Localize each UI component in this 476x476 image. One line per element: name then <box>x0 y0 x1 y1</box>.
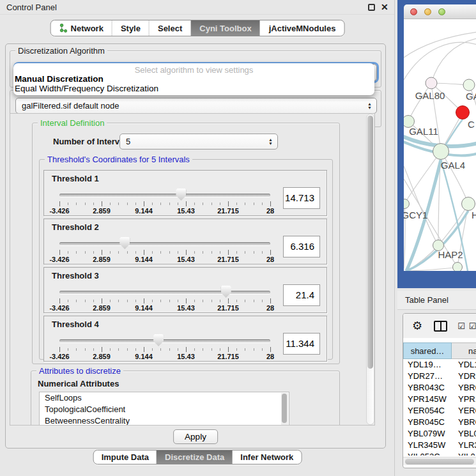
float-panel-icon[interactable] <box>368 4 375 11</box>
slider-track[interactable] <box>59 339 270 342</box>
tab-network[interactable]: Network <box>51 20 112 36</box>
scale-label: 28 <box>266 256 274 263</box>
number-of-intervals-select[interactable]: 5 ▲▼ <box>119 134 278 150</box>
cell-shared-name: YBR045C <box>403 417 452 428</box>
scrollbar-thumb[interactable] <box>405 459 474 464</box>
threshold-slider[interactable]: -3.4262.8599.14415.4321.71528 <box>59 238 270 264</box>
scale-label: -3.426 <box>49 353 69 360</box>
table-rows: YDL19…YDL1YDR27…YDR2YBR043CYBR0YPR145WYP… <box>403 359 476 456</box>
slider-track[interactable] <box>59 242 270 245</box>
scale-label: 28 <box>266 207 274 215</box>
scrollbar-thumb[interactable] <box>282 394 287 423</box>
node-ga[interactable] <box>463 79 475 91</box>
cyni-mode-tabs: Impute Data Discretize Data Infer Networ… <box>93 450 302 464</box>
slider-scale-labels: -3.4262.8599.14415.4321.71528 <box>59 207 270 215</box>
table-data-select[interactable]: galFiltered.sif default node ▲▼ <box>15 98 377 114</box>
threshold-panel: Threshold 1 -3.4262.8599.14415.4321.7152… <box>43 170 327 216</box>
checkbox-icon[interactable]: ☑ <box>469 321 476 331</box>
scale-label: 9.144 <box>135 207 153 215</box>
tab-jactivemnodules[interactable]: jActiveMNodules <box>260 20 344 36</box>
node-bottom[interactable] <box>453 263 463 272</box>
tab-network-label: Network <box>71 24 104 33</box>
control-panel-tabs: Network Style Select Cyni Toolbox jActiv… <box>50 20 345 36</box>
network-icon <box>59 24 68 33</box>
network-window-titlebar[interactable] <box>404 4 476 19</box>
column-header-shared-name[interactable]: shared… <box>403 342 452 359</box>
scrollbar-thumb[interactable] <box>367 116 373 369</box>
gear-icon[interactable]: ⚙ <box>412 320 422 332</box>
cell-name: YBR0 <box>452 417 476 428</box>
attribute-item[interactable]: SelfLoops <box>40 392 289 404</box>
node-gal4[interactable] <box>433 144 449 160</box>
table-row[interactable]: YBR045CYBR0 <box>403 417 476 428</box>
settings-scrollbar[interactable] <box>366 114 374 425</box>
tab-discretize-data[interactable]: Discretize Data <box>157 450 232 464</box>
threshold-slider[interactable]: -3.4262.8599.14415.4321.71528 <box>59 287 270 312</box>
node-h[interactable] <box>462 197 475 211</box>
close-window-icon[interactable] <box>410 8 417 15</box>
slider-thumb[interactable] <box>153 334 164 346</box>
cyni-toolbox-panel: Discretization Algorithm ▲▼ Select algor… <box>5 43 386 449</box>
node-selected-red[interactable] <box>456 106 470 119</box>
node-gcy1[interactable] <box>404 199 410 209</box>
slider-track[interactable] <box>59 291 270 294</box>
cell-name: YPR1 <box>452 394 476 405</box>
attribute-item[interactable]: TopologicalCoefficient <box>40 404 289 415</box>
algorithm-option-manual[interactable]: Manual Discretization <box>13 74 374 84</box>
slider-thumb[interactable] <box>176 188 186 201</box>
tab-impute-data[interactable]: Impute Data <box>94 450 157 464</box>
close-panel-icon[interactable]: ✕ <box>381 2 388 12</box>
threshold-value-box[interactable]: 6.316 <box>283 236 320 257</box>
network-canvas[interactable]: GAL80 GA C GAL11 GAL4 GCY1 H HAP2 <box>404 19 476 271</box>
column-header-name[interactable]: na <box>452 342 476 359</box>
tab-style[interactable]: Style <box>112 20 149 36</box>
threshold-value-box[interactable]: 11.344 <box>283 333 320 355</box>
cell-shared-name: YLR345W <box>403 440 452 451</box>
attributes-scrollbar[interactable] <box>281 393 288 425</box>
table-row[interactable]: YER054CYER0 <box>403 405 476 417</box>
threshold-value-box[interactable]: 21.4 <box>283 284 320 306</box>
attribute-item[interactable]: BetweennessCentrality <box>40 415 289 426</box>
slider-ticks <box>59 250 270 256</box>
zoom-window-icon[interactable] <box>438 8 445 15</box>
thresholds-group: Threshold's Coordinates for 5 Intervals … <box>39 159 333 360</box>
interval-definition-title: Interval Definition <box>38 118 107 128</box>
scale-label: -3.426 <box>49 304 69 312</box>
threshold-slider[interactable]: -3.4262.8599.14415.4321.71528 <box>59 190 270 215</box>
table-horizontal-scrollbar[interactable] <box>403 457 476 465</box>
tab-infer-network[interactable]: Infer Network <box>232 450 301 464</box>
numerical-attributes-list[interactable]: SelfLoopsTopologicalCoefficientBetweenne… <box>39 392 289 426</box>
thresholds-group-title: Threshold's Coordinates for 5 Intervals <box>45 155 192 164</box>
control-panel-titlebar: Control Panel ✕ <box>0 0 394 15</box>
algorithm-option-equal-width[interactable]: Equal Width/Frequency Discretization <box>13 84 374 93</box>
split-pane-icon[interactable] <box>434 321 447 332</box>
scale-label: 21.715 <box>217 256 239 263</box>
tab-cyni-toolbox[interactable]: Cyni Toolbox <box>190 20 259 36</box>
table-row[interactable]: YBR043CYBR0 <box>403 382 476 394</box>
apply-button[interactable]: Apply <box>173 429 218 444</box>
label-ga: GA <box>466 91 476 102</box>
apply-row: Apply <box>6 428 385 447</box>
label-gcy1: GCY1 <box>404 210 427 220</box>
threshold-value-box[interactable]: 14.713 <box>283 187 320 209</box>
slider-thumb[interactable] <box>119 237 130 249</box>
table-row[interactable]: YBL079WYBL0 <box>403 428 476 440</box>
cell-name: YBL0 <box>452 428 476 440</box>
slider-track[interactable] <box>59 194 270 197</box>
scale-label: 2.859 <box>93 207 111 215</box>
table-row[interactable]: YDL19…YDL1 <box>403 359 476 371</box>
slider-thumb[interactable] <box>221 286 231 298</box>
scale-label: 21.715 <box>217 353 239 360</box>
checkbox-icon[interactable]: ☑ <box>457 321 465 331</box>
table-row[interactable]: YIL052CYIL0 <box>403 451 476 456</box>
table-row[interactable]: YDR27…YDR2 <box>403 371 476 382</box>
slider-scale-labels: -3.4262.8599.14415.4321.71528 <box>59 304 270 312</box>
minimize-window-icon[interactable] <box>424 8 431 15</box>
table-row[interactable]: YPR145WYPR1 <box>403 394 476 405</box>
threshold-slider[interactable]: -3.4262.8599.14415.4321.71528 <box>59 335 270 361</box>
node-gal80[interactable] <box>426 77 437 89</box>
table-row[interactable]: YLR345WYLR3 <box>403 440 476 451</box>
label-gal80: GAL80 <box>415 90 445 101</box>
tab-select[interactable]: Select <box>149 20 190 36</box>
interval-definition-group: Interval Definition Number of Intervals … <box>32 123 340 364</box>
